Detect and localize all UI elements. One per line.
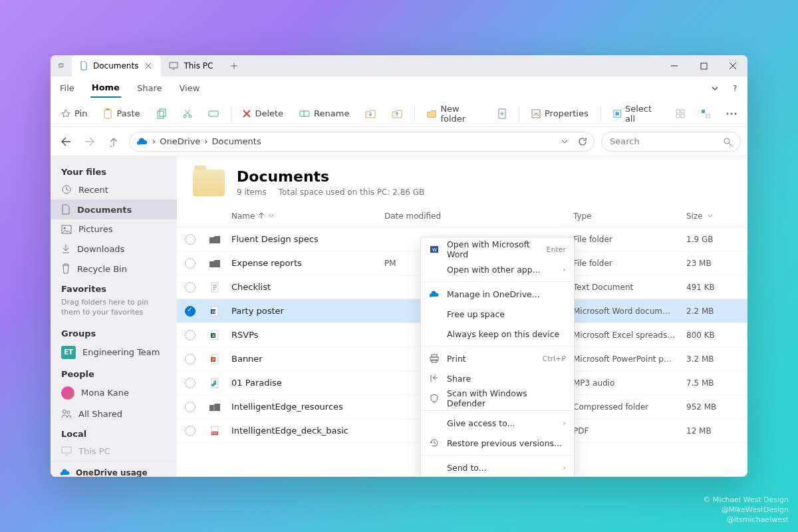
select-radio[interactable] bbox=[185, 330, 196, 340]
paste-button[interactable]: Paste bbox=[99, 106, 144, 122]
breadcrumb-item[interactable]: OneDrive bbox=[160, 136, 200, 146]
copy-button[interactable] bbox=[152, 106, 171, 122]
sidebar-item-recent[interactable]: Recent bbox=[51, 180, 177, 200]
sidebar-item-recycle-bin[interactable]: Recycle Bin bbox=[51, 259, 177, 279]
tab-thispc[interactable]: This PC bbox=[161, 55, 221, 76]
menu-item[interactable]: Send to...› bbox=[421, 458, 574, 477]
forward-button[interactable] bbox=[81, 133, 98, 150]
file-name: 01 Paradise bbox=[231, 378, 384, 388]
sidebar-local-item[interactable]: This PC bbox=[51, 442, 177, 461]
menu-home[interactable]: Home bbox=[90, 78, 121, 98]
newfolder-button[interactable]: New folder bbox=[423, 101, 485, 126]
tab-label: Documents bbox=[93, 61, 138, 70]
sidebar-group-item[interactable]: ETEngineering Team bbox=[51, 341, 177, 364]
col-date[interactable]: Date modified bbox=[384, 211, 573, 221]
col-type[interactable]: Type bbox=[573, 211, 686, 221]
maximize-button[interactable] bbox=[689, 55, 718, 76]
svg-rect-49 bbox=[432, 354, 437, 357]
menu-item[interactable]: Restore previous versions... bbox=[421, 433, 574, 453]
menu-file[interactable]: File bbox=[59, 79, 76, 97]
select-radio[interactable] bbox=[185, 378, 196, 388]
more-button[interactable] bbox=[722, 110, 741, 118]
selectnone-button[interactable] bbox=[672, 106, 689, 121]
section-yourfiles: Your files bbox=[51, 162, 177, 180]
pin-button[interactable]: Pin bbox=[57, 106, 91, 121]
close-icon[interactable] bbox=[144, 61, 153, 70]
invertselect-button[interactable] bbox=[697, 106, 714, 121]
menu-label: Always keep on this device bbox=[447, 329, 566, 339]
rename-button[interactable]: Rename bbox=[295, 106, 353, 121]
menu-item[interactable]: Manage in OneDrive... bbox=[421, 284, 574, 304]
breadcrumb-item[interactable]: Documents bbox=[212, 136, 261, 146]
menu-share[interactable]: Share bbox=[136, 79, 164, 97]
group-badge: ET bbox=[61, 346, 76, 359]
content-header: Documents 9 items Total space used on th… bbox=[177, 156, 747, 205]
pdf-icon: PDF bbox=[209, 425, 221, 437]
file-size: 23 MB bbox=[686, 259, 739, 268]
file-size: 800 KB bbox=[686, 331, 739, 340]
sidebar-item-pictures[interactable]: Pictures bbox=[51, 219, 177, 239]
credit: © Michael West Design @MikeWestDesign @i… bbox=[703, 495, 789, 525]
col-size[interactable]: Size bbox=[686, 211, 739, 221]
sidebar-item-label: Downloads bbox=[77, 244, 124, 254]
chevron-down-icon[interactable] bbox=[710, 84, 720, 93]
newitem-button[interactable] bbox=[493, 106, 511, 122]
menu-item[interactable]: PrintCtrl+P bbox=[421, 348, 574, 368]
trash-icon bbox=[61, 263, 70, 274]
menu-item[interactable]: Always keep on this device bbox=[421, 324, 574, 344]
search-input[interactable]: Search bbox=[601, 132, 741, 152]
folder-dark-icon bbox=[209, 233, 221, 245]
select-radio[interactable] bbox=[185, 234, 196, 245]
menu-item[interactable]: Free up space bbox=[421, 304, 574, 324]
minimize-button[interactable] bbox=[660, 55, 689, 76]
select-radio[interactable] bbox=[185, 426, 196, 436]
pc-icon bbox=[169, 62, 178, 70]
file-type: File folder bbox=[573, 259, 686, 268]
sidebar-item-documents[interactable]: Documents bbox=[51, 200, 177, 219]
file-size: 1.9 GB bbox=[686, 235, 739, 244]
menu-item[interactable]: Share bbox=[421, 368, 574, 388]
select-radio[interactable] bbox=[185, 306, 196, 317]
menu-label: Print bbox=[447, 354, 535, 364]
chevron-down-icon[interactable] bbox=[561, 138, 569, 146]
select-radio[interactable] bbox=[185, 282, 196, 293]
audio-icon bbox=[209, 377, 221, 389]
sidebar-item-downloads[interactable]: Downloads bbox=[51, 239, 177, 259]
svg-rect-3 bbox=[701, 63, 707, 69]
menu-item[interactable]: Open with other app...› bbox=[421, 259, 574, 279]
sidebar-people-item[interactable]: Mona Kane bbox=[51, 382, 177, 404]
copyto-button[interactable] bbox=[388, 106, 406, 121]
select-radio[interactable] bbox=[185, 258, 196, 269]
menu-item[interactable]: Give access to...› bbox=[421, 413, 574, 433]
tab-stack-icon[interactable] bbox=[51, 55, 72, 76]
favorites-hint: Drag folders here to pin them to your fa… bbox=[51, 297, 177, 323]
svg-rect-21 bbox=[702, 110, 705, 113]
refresh-icon[interactable] bbox=[578, 137, 587, 146]
delete-button[interactable]: Delete bbox=[239, 106, 287, 121]
select-radio[interactable] bbox=[185, 354, 196, 364]
menu-view[interactable]: View bbox=[178, 79, 201, 97]
up-button[interactable] bbox=[105, 133, 122, 150]
new-tab-button[interactable] bbox=[221, 55, 247, 76]
selectall-button[interactable]: Select all bbox=[609, 101, 664, 126]
menu-item[interactable]: WOpen with Microsoft WordEnter bbox=[421, 239, 574, 259]
history-icon bbox=[429, 438, 440, 448]
select-radio[interactable] bbox=[185, 402, 196, 412]
svg-rect-12 bbox=[300, 111, 309, 116]
menu-label: Share bbox=[447, 374, 566, 384]
search-placeholder: Search bbox=[610, 136, 718, 146]
back-button[interactable] bbox=[57, 133, 74, 150]
svg-point-29 bbox=[64, 227, 66, 229]
help-icon[interactable]: ? bbox=[730, 84, 739, 93]
col-name[interactable]: Name bbox=[231, 211, 384, 221]
properties-button[interactable]: Properties bbox=[527, 106, 593, 121]
menu-item[interactable]: Scan with Windows Defender bbox=[421, 388, 574, 408]
tab-documents[interactable]: Documents bbox=[72, 55, 161, 76]
cut-button[interactable] bbox=[179, 106, 196, 121]
moveto-button[interactable] bbox=[361, 106, 380, 121]
svg-text:X: X bbox=[212, 333, 215, 338]
copypath-button[interactable] bbox=[204, 106, 223, 121]
breadcrumb[interactable]: › OneDrive › Documents bbox=[129, 132, 595, 152]
close-window-button[interactable] bbox=[718, 55, 747, 76]
sidebar-people-item[interactable]: All Shared bbox=[51, 404, 177, 424]
